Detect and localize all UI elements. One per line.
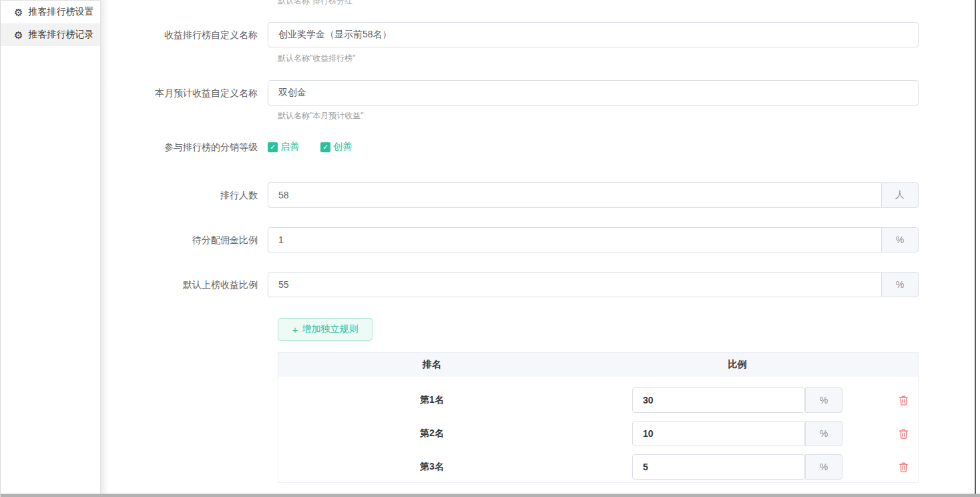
- checkbox-checked-icon: ✓: [320, 142, 330, 152]
- delete-rule-button-1[interactable]: [897, 393, 910, 407]
- rule-ratio-input-2[interactable]: [632, 421, 805, 446]
- gear-icon: ⚙: [14, 30, 23, 40]
- form-row-revenue-rank-name: 收益排行榜自定义名称: [109, 22, 919, 47]
- trash-icon: [899, 428, 909, 440]
- add-rule-button[interactable]: + 增加独立规则: [278, 318, 373, 341]
- sidebar-divider: [101, 0, 109, 494]
- sidebar-item-label: 推客排行榜记录: [28, 29, 93, 41]
- trash-icon: [899, 395, 909, 406]
- helper-text: 默认名称"收益排行榜": [278, 53, 356, 64]
- horizontal-scrollbar[interactable]: [1, 494, 980, 497]
- field-label: 本月预计收益自定义名称: [109, 80, 268, 106]
- page: ⚙ 推客排行榜设置 ⚙ 推客排行榜记录 默认名称"排行榜分红" 收益排行榜自定义…: [0, 0, 980, 497]
- rank-label: 第3名: [278, 461, 585, 473]
- checkbox-label: 启善: [280, 141, 299, 153]
- helper-text: 默认名称"本月预计收益": [278, 110, 364, 122]
- gear-icon: ⚙: [14, 7, 23, 17]
- sidebar-item-leaderboard-settings[interactable]: ⚙ 推客排行榜设置: [1, 1, 100, 23]
- table-row: 第3名 %: [278, 450, 918, 484]
- default-ratio-input[interactable]: [268, 272, 881, 297]
- unit-addon: %: [881, 227, 919, 253]
- form-row-rank-count: 排行人数 人: [109, 182, 919, 208]
- form-row-levels: 参与排行榜的分销等级 ✓ 启善 ✓ 创善: [109, 138, 919, 156]
- sidebar-item-label: 推客排行榜设置: [28, 6, 93, 18]
- unit-addon: %: [881, 272, 919, 297]
- field-label: 排行人数: [109, 182, 268, 208]
- trash-icon: [899, 462, 909, 473]
- rank-count-input[interactable]: [268, 182, 881, 208]
- delete-rule-button-3[interactable]: [897, 460, 910, 474]
- form-row-month-revenue-name: 本月预计收益自定义名称: [109, 80, 919, 106]
- rank-label: 第1名: [278, 394, 585, 406]
- form-row-pending-commission: 待分配佣金比例 %: [109, 227, 919, 253]
- delete-rule-button-2[interactable]: [897, 427, 910, 441]
- table-row: 第2名 %: [278, 417, 918, 450]
- rule-ratio-input-3[interactable]: [632, 454, 805, 480]
- unit-addon: %: [805, 454, 842, 480]
- rule-ratio-input-1[interactable]: [632, 387, 805, 413]
- checkbox-level-chuangshan[interactable]: ✓ 创善: [320, 141, 352, 153]
- helper-text-clipped: 默认名称"排行榜分红": [278, 0, 356, 7]
- form-row-default-ratio: 默认上榜收益比例 %: [109, 272, 919, 297]
- unit-addon: %: [805, 387, 842, 413]
- add-rule-button-label: 增加独立规则: [302, 323, 358, 335]
- plus-icon: +: [292, 324, 298, 335]
- month-revenue-name-input[interactable]: [268, 80, 919, 106]
- column-header-rank: 排名: [278, 359, 585, 371]
- pending-commission-input[interactable]: [268, 227, 881, 253]
- field-label: 默认上榜收益比例: [109, 272, 268, 297]
- table-row: 第1名 %: [278, 383, 918, 417]
- revenue-rank-name-input[interactable]: [268, 22, 919, 47]
- field-label: 待分配佣金比例: [109, 227, 268, 253]
- rules-table-header: 排名 比例: [278, 353, 918, 377]
- checkbox-level-qishan[interactable]: ✓ 启善: [268, 141, 299, 153]
- unit-addon: %: [805, 421, 842, 446]
- checkbox-label: 创善: [333, 141, 352, 153]
- rank-label: 第2名: [278, 428, 585, 440]
- window-edge: [975, 0, 976, 494]
- checkbox-checked-icon: ✓: [268, 142, 278, 152]
- field-label: 参与排行榜的分销等级: [109, 138, 268, 156]
- unit-addon: 人: [881, 182, 919, 208]
- sidebar: ⚙ 推客排行榜设置 ⚙ 推客排行榜记录: [1, 0, 101, 494]
- sidebar-item-leaderboard-records[interactable]: ⚙ 推客排行榜记录: [1, 23, 100, 46]
- rules-table: 排名 比例 第1名 %: [278, 352, 919, 483]
- field-label: 收益排行榜自定义名称: [109, 22, 268, 47]
- column-header-ratio: 比例: [585, 359, 889, 371]
